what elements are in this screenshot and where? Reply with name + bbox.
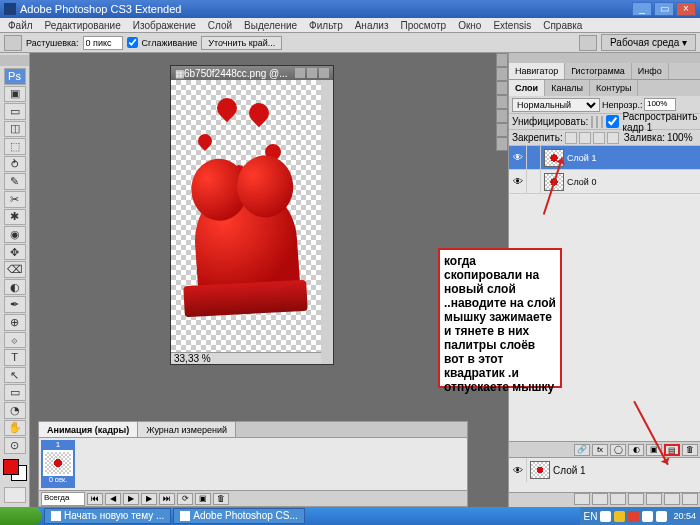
duplicate-frame-button[interactable]: ▣: [195, 493, 211, 505]
menu-analysis[interactable]: Анализ: [349, 18, 395, 32]
doc-vertical-scrollbar[interactable]: [321, 80, 333, 352]
eraser-tool[interactable]: ⌫: [4, 261, 26, 278]
stamp-tool[interactable]: ◉: [4, 226, 26, 243]
slice-tool[interactable]: ✎: [4, 173, 26, 190]
menu-filter[interactable]: Фильтр: [303, 18, 349, 32]
doc-close-button[interactable]: [319, 68, 329, 78]
marquee-tool[interactable]: ▭: [4, 103, 26, 120]
panel-icon[interactable]: [496, 67, 508, 81]
document-window[interactable]: ▦ 6b750f2448cc.png @...: [170, 65, 334, 365]
visibility-eye-icon[interactable]: 👁: [509, 458, 527, 482]
antialias-checkbox[interactable]: [127, 37, 138, 48]
new-layer-button[interactable]: [664, 493, 680, 505]
foreground-color-swatch[interactable]: [3, 459, 19, 475]
menu-layer[interactable]: Слой: [202, 18, 238, 32]
new-group-button[interactable]: [646, 493, 662, 505]
panel-icon[interactable]: [496, 53, 508, 67]
dodge-tool[interactable]: ⊕: [4, 314, 26, 331]
unify-visibility-icon[interactable]: [596, 116, 598, 128]
eyedropper-tool[interactable]: ✋: [4, 420, 26, 437]
color-swatches[interactable]: [3, 459, 27, 481]
tab-layers[interactable]: Слои: [509, 80, 545, 96]
lock-all-icon[interactable]: [607, 132, 619, 144]
panel-icon[interactable]: [496, 109, 508, 123]
new-layer-button[interactable]: ▤: [664, 444, 680, 456]
panel-icon[interactable]: [496, 137, 508, 151]
blur-tool[interactable]: ✒: [4, 296, 26, 313]
unify-position-icon[interactable]: [591, 116, 593, 128]
menu-image[interactable]: Изображение: [127, 18, 202, 32]
adjustment-layer-button[interactable]: ◐: [628, 444, 644, 456]
layer-style-button[interactable]: fx: [592, 444, 608, 456]
doc-minimize-button[interactable]: [295, 68, 305, 78]
tab-animation[interactable]: Анимация (кадры): [39, 422, 138, 437]
type-tool[interactable]: T: [4, 349, 26, 366]
animation-frame[interactable]: 1 0 сек.: [41, 440, 75, 488]
tab-histogram[interactable]: Гистограмма: [565, 63, 632, 79]
next-frame-button[interactable]: ▶: [141, 493, 157, 505]
propagate-checkbox[interactable]: [606, 115, 619, 128]
layer-name[interactable]: Слой 1: [553, 465, 586, 476]
loop-dropdown[interactable]: Всегда: [41, 492, 85, 506]
document-titlebar[interactable]: ▦ 6b750f2448cc.png @...: [171, 66, 333, 80]
tab-measurements[interactable]: Журнал измерений: [138, 422, 236, 437]
refine-edge-button[interactable]: Уточнить край...: [201, 36, 282, 50]
gradient-tool[interactable]: ◐: [4, 279, 26, 296]
tab-channels[interactable]: Каналы: [545, 80, 590, 96]
tool-preset-icon[interactable]: [4, 35, 22, 51]
layer-row[interactable]: 👁 Слой 1: [509, 146, 700, 170]
start-button[interactable]: [0, 507, 42, 525]
history-brush-tool[interactable]: ✥: [4, 244, 26, 261]
layer-mask-button[interactable]: [610, 493, 626, 505]
workspace-button[interactable]: Рабочая среда ▾: [601, 34, 696, 51]
delete-frame-button[interactable]: 🗑: [213, 493, 229, 505]
menu-window[interactable]: Окно: [452, 18, 487, 32]
ps-logo-icon[interactable]: Ps: [4, 68, 26, 85]
lock-image-icon[interactable]: [579, 132, 591, 144]
notes-tool[interactable]: ◔: [4, 402, 26, 419]
delete-layer-button[interactable]: [682, 493, 698, 505]
delete-layer-button[interactable]: 🗑: [682, 444, 698, 456]
menu-select[interactable]: Выделение: [238, 18, 303, 32]
hand-tool[interactable]: ⊙: [4, 437, 26, 454]
adjustment-layer-button[interactable]: [628, 493, 644, 505]
tab-navigator[interactable]: Навигатор: [509, 63, 565, 79]
panel-icon[interactable]: [496, 123, 508, 137]
zoom-level[interactable]: 33,33 %: [174, 353, 211, 364]
menu-view[interactable]: Просмотр: [394, 18, 452, 32]
layer-style-button[interactable]: [592, 493, 608, 505]
menu-extensis[interactable]: Extensis: [487, 18, 537, 32]
blend-mode-dropdown[interactable]: Нормальный: [512, 98, 600, 112]
tray-icon[interactable]: [628, 511, 639, 522]
toolbox-header[interactable]: [0, 55, 29, 66]
visibility-eye-icon[interactable]: 👁: [509, 170, 527, 193]
tray-icon[interactable]: [600, 511, 611, 522]
tray-icon[interactable]: [642, 511, 653, 522]
feather-input[interactable]: [83, 36, 123, 50]
taskbar-item[interactable]: Adobe Photoshop CS...: [173, 508, 305, 524]
healing-tool[interactable]: ✂: [4, 191, 26, 208]
lock-position-icon[interactable]: [593, 132, 605, 144]
play-button[interactable]: ▶: [123, 493, 139, 505]
tray-icon[interactable]: [656, 511, 667, 522]
move-tool[interactable]: ▣: [4, 86, 26, 103]
path-select-tool[interactable]: ↖: [4, 367, 26, 384]
clock[interactable]: 20:54: [673, 511, 696, 521]
fill-value[interactable]: 100%: [667, 132, 697, 143]
tween-button[interactable]: ⟳: [177, 493, 193, 505]
unify-style-icon[interactable]: [601, 116, 603, 128]
tray-icon[interactable]: [614, 511, 625, 522]
menu-edit[interactable]: Редактирование: [39, 18, 127, 32]
panel-icon[interactable]: [496, 81, 508, 95]
visibility-eye-icon[interactable]: 👁: [509, 146, 527, 169]
tab-info[interactable]: Инфо: [632, 63, 669, 79]
layer-thumbnail[interactable]: [530, 461, 550, 479]
last-frame-button[interactable]: ⏭: [159, 493, 175, 505]
layer-link-cell[interactable]: [527, 146, 541, 169]
pen-tool[interactable]: ⟐: [4, 332, 26, 349]
lasso-tool[interactable]: ◫: [4, 121, 26, 138]
maximize-button[interactable]: ▭: [654, 2, 674, 16]
lock-transparent-icon[interactable]: [565, 132, 577, 144]
tab-paths[interactable]: Контуры: [590, 80, 638, 96]
link-layers-button[interactable]: 🔗: [574, 444, 590, 456]
